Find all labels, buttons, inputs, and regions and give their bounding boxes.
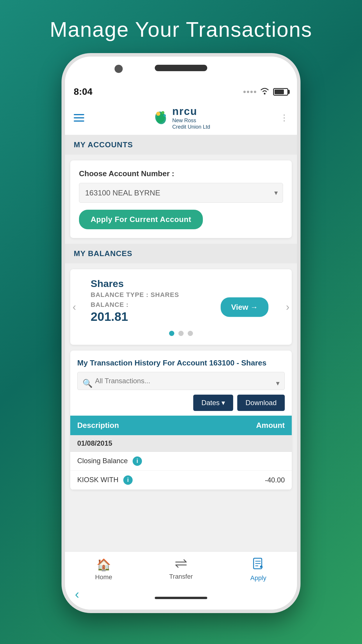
home-icon: 🏠	[96, 558, 111, 572]
phone-camera	[115, 65, 123, 73]
carousel-dot-1[interactable]	[169, 331, 174, 336]
status-icons	[243, 87, 288, 97]
tab-bar: 🏠 Home Transfer	[65, 551, 297, 586]
logo-text: nrcu New RossCredit Union Ltd	[172, 105, 210, 130]
search-chevron-icon: ▾	[276, 379, 280, 387]
info-icon-kiosk[interactable]: i	[123, 475, 133, 485]
table-row: KIOSK WITH i -40.00	[70, 470, 292, 489]
transaction-search-row: 🔍 ▾	[70, 372, 292, 395]
transaction-date-row: 01/08/2015	[70, 435, 292, 452]
col-amount: Amount	[214, 416, 292, 435]
table-row: Closing Balance i	[70, 452, 292, 470]
carousel-dot-2[interactable]	[178, 331, 184, 336]
phone-speaker	[155, 65, 207, 71]
balance-title: Shares	[91, 278, 280, 289]
transfer-icon	[175, 559, 187, 571]
tab-transfer-label: Transfer	[169, 573, 193, 580]
phone-shell: 8:04	[61, 53, 301, 613]
apply-current-account-button[interactable]: Apply For Current Account	[79, 210, 203, 229]
carousel-prev-button[interactable]: ‹	[73, 301, 76, 313]
carousel-dots	[82, 331, 280, 336]
balances-card: ‹ Shares BALANCE TYPE : SHARES BALANCE :…	[70, 269, 292, 345]
account-select[interactable]: 163100 NEAL BYRNE	[79, 183, 283, 203]
tx-description-kiosk: KIOSK WITH i	[70, 470, 214, 489]
transaction-date: 01/08/2015	[70, 435, 292, 452]
tab-home[interactable]: 🏠 Home	[65, 558, 142, 581]
my-balances-header: MY BALANCES	[65, 244, 297, 263]
transaction-table-header: Description Amount	[70, 416, 292, 435]
account-select-wrapper: 163100 NEAL BYRNE ▾	[79, 183, 283, 203]
view-button[interactable]: View →	[221, 297, 268, 317]
back-button[interactable]: ‹	[75, 587, 79, 601]
tab-apply-label: Apply	[250, 574, 266, 582]
choose-account-label: Choose Account Number :	[79, 169, 283, 178]
transaction-table-body: 01/08/2015 Closing Balance i KIOSK WITH	[70, 435, 292, 490]
battery-icon	[273, 88, 288, 96]
phone-bottom: ‹	[65, 586, 297, 610]
scroll-content[interactable]: MY ACCOUNTS Choose Account Number : 1631…	[65, 135, 297, 551]
tx-amount-closing	[214, 452, 292, 470]
carousel-dot-3[interactable]	[188, 331, 193, 336]
transaction-table: Description Amount 01/08/2015 Closing Ba…	[70, 416, 292, 490]
tx-amount-kiosk: -40.00	[214, 470, 292, 489]
svg-point-0	[264, 93, 266, 94]
app-logo: nrcu New RossCredit Union Ltd	[152, 105, 210, 130]
tx-description-closing: Closing Balance i	[70, 452, 214, 470]
home-indicator	[155, 597, 207, 599]
svg-point-4	[161, 111, 164, 114]
my-accounts-header: MY ACCOUNTS	[65, 135, 297, 155]
logo-icon	[152, 110, 169, 126]
download-button[interactable]: Download	[237, 395, 285, 411]
transaction-search-input[interactable]	[77, 372, 285, 390]
phone-screen: 8:04	[65, 83, 297, 586]
hamburger-button[interactable]	[74, 114, 84, 122]
transaction-controls: Dates ▾ Download	[70, 395, 292, 416]
apply-icon	[252, 557, 265, 573]
carousel-next-button[interactable]: ›	[286, 301, 289, 313]
tab-home-label: Home	[95, 573, 112, 581]
transaction-history-title: My Transaction History For Account 16310…	[70, 351, 292, 372]
col-description: Description	[70, 416, 214, 435]
header-more[interactable]: ⋮	[280, 113, 288, 123]
transaction-history-card: My Transaction History For Account 16310…	[70, 351, 292, 489]
dates-button[interactable]: Dates ▾	[193, 395, 233, 411]
info-icon-closing[interactable]: i	[133, 456, 142, 466]
phone-top	[65, 57, 297, 83]
svg-point-5	[164, 114, 166, 117]
status-time: 8:04	[74, 86, 92, 97]
svg-point-3	[156, 112, 160, 116]
page-title: Manage Your Transactions	[50, 18, 312, 41]
tab-apply[interactable]: Apply	[220, 557, 297, 582]
wifi-icon	[260, 87, 270, 97]
status-bar: 8:04	[65, 83, 297, 101]
signal-dots	[243, 91, 256, 93]
accounts-card: Choose Account Number : 163100 NEAL BYRN…	[70, 160, 292, 238]
tab-transfer[interactable]: Transfer	[142, 559, 219, 580]
app-header: nrcu New RossCredit Union Ltd ⋮	[65, 101, 297, 135]
search-icon: 🔍	[82, 378, 93, 388]
